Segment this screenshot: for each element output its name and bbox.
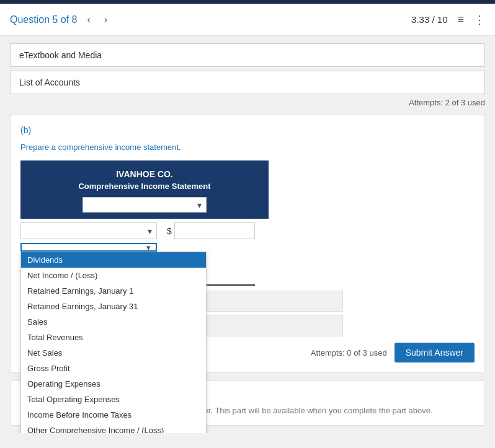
dropdown-item-4[interactable]: Sales (21, 314, 206, 330)
attempts-a: Attempts: 2 of 3 used (10, 98, 485, 107)
instruction: Prepare a comprehensive income statement… (20, 143, 475, 152)
section-b-card: (b) Prepare a comprehensive income state… (10, 115, 485, 373)
statement-title: IVANHOE CO. (27, 169, 262, 179)
dropdown-item-0[interactable]: Dividends (21, 252, 206, 268)
dropdown-item-3[interactable]: Retained Earnings, January 31 (21, 299, 206, 314)
question-label: Question 5 of 8 (10, 14, 78, 25)
score-label: 3.33 / 10 (411, 14, 447, 25)
list-of-accounts-button[interactable]: List of Accounts (10, 71, 485, 94)
submit-button[interactable]: Submit Answer (395, 343, 475, 362)
section-b-label: (b) (20, 125, 475, 135)
account-select-wrapper-1: Dividends Net Income / (Loss) Retained E… (20, 222, 157, 239)
dropdown-item-2[interactable]: Retained Earnings, January 1 (21, 283, 206, 299)
content: eTextbook and Media List of Accounts Att… (0, 36, 495, 433)
prev-arrow-button[interactable]: ‹ (84, 12, 94, 28)
dollar-sign-1: $ (167, 226, 172, 236)
attempts-b: Attempts: 0 of 3 used (311, 348, 387, 358)
header: Question 5 of 8 ‹ › 3.33 / 10 ≡ ⋮ (0, 4, 495, 36)
amount-input-1[interactable] (174, 222, 255, 239)
statement-date-row: For the Year Ended December 31 January 1… (27, 197, 262, 213)
etextbook-button[interactable]: eTextbook and Media (10, 43, 485, 67)
dropdown-item-7[interactable]: Gross Profit (21, 361, 206, 376)
input-row-2 (20, 243, 343, 252)
statement-box: IVANHOE CO. Comprehensive Income Stateme… (20, 160, 269, 219)
list-icon-button[interactable]: ≡ (457, 13, 464, 26)
account-select-1[interactable]: Dividends Net Income / (Loss) Retained E… (20, 222, 157, 239)
dropdown-open-row: Dividends Net Income / (Loss) Retained E… (20, 243, 343, 252)
header-right: 3.33 / 10 ≡ ⋮ (411, 13, 485, 27)
next-arrow-button[interactable]: › (100, 12, 111, 28)
dropdown-item-10[interactable]: Income Before Income Taxes (21, 407, 206, 423)
dropdown-item-1[interactable]: Net Income / (Loss) (21, 268, 206, 283)
statement-subtitle: Comprehensive Income Statement (27, 182, 262, 191)
dropdown-trigger[interactable] (20, 243, 157, 252)
dropdown-item-11[interactable]: Other Comprehensive Income / (Loss) (21, 423, 206, 433)
dropdown-item-5[interactable]: Total Revenues (21, 330, 206, 345)
dropdown-item-8[interactable]: Operating Expenses (21, 376, 206, 392)
date-select-wrapper: For the Year Ended December 31 January 1… (82, 197, 207, 213)
input-row-1: Dividends Net Income / (Loss) Retained E… (20, 222, 343, 239)
date-select[interactable]: For the Year Ended December 31 January 1… (82, 197, 207, 213)
dropdown-item-9[interactable]: Total Operating Expenses (21, 392, 206, 407)
dropdown-list[interactable]: Dividends Net Income / (Loss) Retained E… (20, 252, 207, 433)
header-left: Question 5 of 8 ‹ › (10, 12, 111, 28)
more-icon-button[interactable]: ⋮ (474, 13, 485, 27)
dropdown-item-6[interactable]: Net Sales (21, 345, 206, 361)
